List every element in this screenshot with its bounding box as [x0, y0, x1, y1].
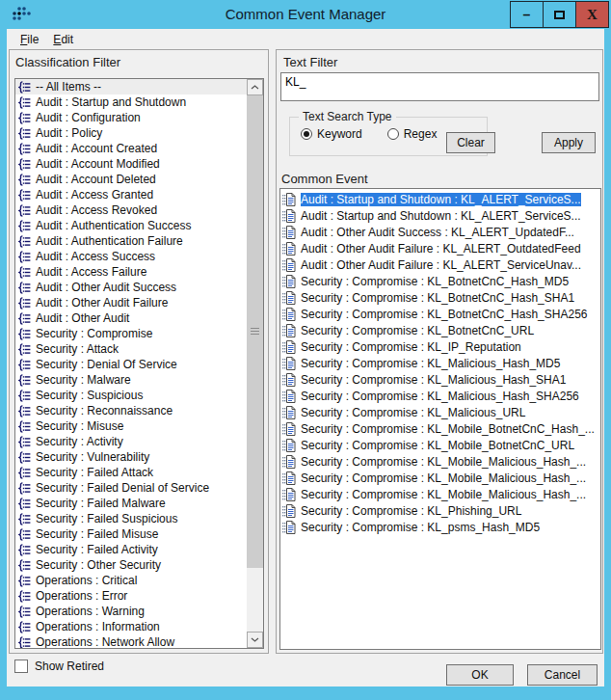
classification-list-item[interactable]: Security : Attack [15, 341, 247, 357]
classification-icon [18, 451, 31, 464]
close-button[interactable]: X [575, 1, 609, 28]
text-search-type-label: Text Search Type [299, 110, 396, 123]
classification-icon [18, 143, 31, 155]
search-type-radio[interactable]: Regex [387, 127, 438, 141]
common-event-list-item[interactable]: Audit : Other Audit Failure : KL_ALERT_S… [280, 256, 600, 273]
classification-list-item[interactable]: Operations : Critical [15, 573, 247, 588]
classification-list-item[interactable]: Audit : Access Failure [15, 264, 247, 280]
cancel-button[interactable]: Cancel [527, 664, 598, 686]
classification-icon [18, 220, 31, 232]
common-event-doc-icon [282, 258, 296, 272]
text-filter-title: Text Filter [283, 55, 337, 69]
common-event-list-item[interactable]: Security : Compromise : KL_BotnetCnC_Has… [280, 273, 600, 289]
classification-list-item[interactable]: Operations : Information [15, 619, 247, 634]
classification-filter-list[interactable]: -- All Items -- [14, 78, 264, 649]
classification-list-item[interactable]: Audit : Access Revoked [15, 202, 247, 218]
classification-icon [18, 636, 31, 649]
ok-button[interactable]: OK [446, 664, 514, 686]
classification-icon [18, 467, 31, 479]
common-event-list-item[interactable]: Audit : Startup and Shutdown : KL_ALERT_… [280, 191, 600, 207]
footer: Show Retired OK Cancel [7, 654, 604, 687]
classification-list-item[interactable]: Operations : Network Allow [15, 634, 247, 649]
common-event-list-item[interactable]: Security : Compromise : KL_Mobile_Malici… [280, 486, 600, 502]
classification-list-item[interactable]: Operations : Error [15, 588, 247, 604]
classification-list-item[interactable]: Security : Failed Activity [15, 542, 247, 557]
show-retired-checkbox[interactable] [14, 660, 28, 673]
menu-item[interactable]: Edit [46, 31, 81, 48]
common-event-list-item[interactable]: Security : Compromise : KL_Malicious_URL [280, 404, 600, 420]
common-event-doc-icon [282, 521, 296, 534]
classification-list-item[interactable]: Audit : Policy [15, 125, 247, 141]
classification-list-item[interactable]: Security : Malware [15, 372, 247, 388]
common-event-list-item[interactable]: Security : Compromise : KL_BotnetCnC_Has… [280, 306, 600, 322]
classification-list-item[interactable]: Security : Failed Attack [15, 465, 247, 480]
common-event-list-item[interactable]: Audit : Startup and Shutdown : KL_ALERT_… [280, 207, 600, 224]
common-event-doc-icon [282, 439, 296, 452]
scrollbar-thumb[interactable] [247, 95, 263, 568]
classification-icon [18, 559, 31, 572]
classification-list-item[interactable]: Audit : Authentication Failure [15, 233, 247, 249]
common-event-list-item[interactable]: Security : Compromise : KL_BotnetCnC_URL [280, 322, 600, 338]
classification-list-item[interactable]: Audit : Access Success [15, 249, 247, 264]
common-event-doc-icon [282, 242, 296, 256]
common-event-list-item[interactable]: Security : Compromise : KL_Malicious_Has… [280, 355, 600, 371]
common-event-doc-icon [282, 504, 296, 518]
classification-list-item[interactable]: Security : Reconnaissance [15, 403, 247, 418]
classification-list-item[interactable]: Security : Failed Misuse [15, 526, 247, 542]
classification-list-item[interactable]: Audit : Account Created [15, 141, 247, 156]
common-event-list-item[interactable]: Security : Compromise : KL_Mobile_Malici… [280, 470, 600, 486]
common-event-list-item[interactable]: Security : Compromise : KL_IP_Reputation [280, 338, 600, 355]
classification-list-item[interactable]: Security : Failed Suspicious [15, 511, 247, 526]
classification-list-item[interactable]: Audit : Configuration [15, 110, 247, 125]
classification-list-item[interactable]: -- All Items -- [15, 79, 247, 94]
common-event-list[interactable]: Audit : Startup and Shutdown : KL_ALERT_… [279, 188, 601, 650]
classification-list-item[interactable]: Security : Suspicious [15, 388, 247, 403]
clear-button[interactable]: Clear [446, 132, 495, 153]
show-retired-toggle[interactable]: Show Retired [14, 660, 104, 673]
text-filter-input[interactable]: KL_ [280, 72, 599, 101]
classification-list-item[interactable]: Operations : Warning [15, 604, 247, 619]
common-event-list-item[interactable]: Security : Compromise : KL_psms_Hash_MD5 [280, 519, 600, 535]
common-event-list-item[interactable]: Security : Compromise : KL_Malicious_Has… [280, 371, 600, 388]
classification-list-item[interactable]: Security : Vulnerability [15, 449, 247, 465]
classification-list-item[interactable]: Audit : Account Modified [15, 156, 247, 172]
common-event-list-item[interactable]: Security : Compromise : KL_Mobile_Botnet… [280, 437, 600, 453]
classification-icon [18, 405, 31, 417]
window-controls: – X [511, 1, 609, 28]
classification-list-item[interactable]: Security : Other Security [15, 557, 247, 573]
classification-list-item[interactable]: Audit : Access Granted [15, 187, 247, 202]
common-event-list-item[interactable]: Security : Compromise : KL_BotnetCnC_Has… [280, 289, 600, 306]
titlebar[interactable]: Common Event Manager – X [0, 0, 611, 29]
maximize-button[interactable] [543, 1, 576, 28]
classification-list-item[interactable]: Security : Activity [15, 434, 247, 449]
common-event-list-item[interactable]: Audit : Other Audit Success : KL_ALERT_U… [280, 224, 600, 240]
common-event-list-item[interactable]: Security : Compromise : KL_Mobile_Botnet… [280, 420, 600, 437]
classification-filter-panel: Classification Filter [9, 49, 269, 654]
classification-list-item[interactable]: Security : Misuse [15, 418, 247, 434]
classification-list-item[interactable]: Audit : Authentication Success [15, 218, 247, 233]
common-event-doc-icon [282, 357, 296, 370]
common-event-manager-window: Common Event Manager – X File Edit [0, 0, 611, 700]
minimize-button[interactable]: – [510, 1, 544, 28]
classification-list-item[interactable]: Audit : Account Deleted [15, 172, 247, 187]
search-type-radio[interactable]: Keyword [301, 127, 362, 141]
scroll-down-button[interactable] [247, 632, 263, 648]
classification-list-item[interactable]: Security : Failed Malware [15, 496, 247, 511]
vertical-scrollbar[interactable] [247, 79, 263, 648]
classification-list-item[interactable]: Audit : Other Audit [15, 310, 247, 326]
apply-button[interactable]: Apply [542, 132, 596, 153]
menu-item[interactable]: File [13, 31, 46, 48]
common-event-list-item[interactable]: Audit : Other Audit Failure : KL_ALERT_O… [280, 240, 600, 256]
common-event-list-item[interactable]: Security : Compromise : KL_Phishing_URL [280, 502, 600, 519]
classification-list-item[interactable]: Audit : Startup and Shutdown [15, 94, 247, 110]
common-event-list-item[interactable]: Security : Compromise : KL_Malicious_Has… [280, 388, 600, 404]
classification-list-item[interactable]: Security : Failed Denial of Service [15, 480, 247, 496]
classification-list-item[interactable]: Security : Denial Of Service [15, 357, 247, 372]
classification-list-item[interactable]: Audit : Other Audit Failure [15, 295, 247, 310]
classification-list-item[interactable]: Audit : Other Audit Success [15, 280, 247, 295]
common-event-doc-icon [282, 275, 296, 288]
scroll-up-button[interactable] [247, 79, 263, 95]
classification-icon [18, 374, 31, 387]
common-event-list-item[interactable]: Security : Compromise : KL_Mobile_Malici… [280, 453, 600, 470]
classification-list-item[interactable]: Security : Compromise [15, 326, 247, 341]
